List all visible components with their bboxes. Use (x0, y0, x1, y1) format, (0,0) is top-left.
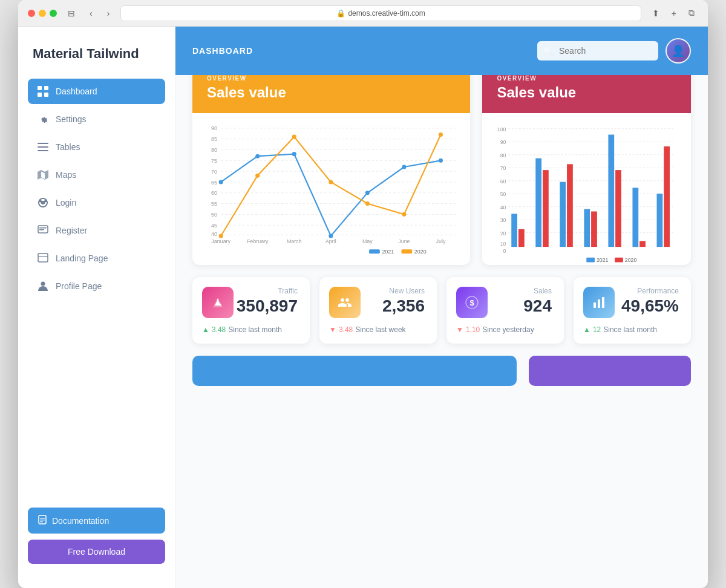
svg-rect-1 (44, 86, 48, 90)
svg-rect-3 (44, 93, 48, 97)
svg-text:2020: 2020 (414, 249, 427, 255)
address-bar[interactable]: 🔒 demos.creative-tim.com (120, 5, 641, 21)
share-button[interactable]: ⬆ (649, 7, 663, 19)
line-chart-title: Sales value (207, 84, 456, 101)
bar-2021-4 (609, 135, 615, 247)
svg-point-50 (402, 165, 406, 169)
bar-2020-1 (543, 170, 549, 247)
minimize-button[interactable] (39, 10, 46, 17)
sidebar-item-settings[interactable]: Settings (28, 106, 165, 132)
sidebar-item-label: Register (56, 226, 87, 235)
sidebar-item-login[interactable]: Login (28, 190, 165, 215)
svg-text:10: 10 (500, 241, 506, 247)
svg-rect-85 (615, 258, 624, 263)
bar-2020-4 (616, 170, 622, 247)
stat-card-inner-users: New Users 2,356 (329, 287, 425, 325)
sidebar-item-profile[interactable]: Profile Page (28, 273, 165, 299)
header-actions: 🔍 👤 (537, 38, 691, 64)
users-change-value: 3.48 (339, 325, 353, 334)
stat-right-users: New Users 2,356 (382, 287, 425, 321)
close-button[interactable] (28, 10, 35, 17)
traffic-change-arrow: ▲ (202, 325, 209, 334)
svg-rect-5 (38, 146, 48, 148)
svg-rect-2 (38, 93, 42, 97)
svg-point-57 (439, 132, 443, 137)
sales-value: 924 (523, 296, 552, 316)
svg-text:20: 20 (500, 230, 506, 237)
svg-rect-60 (401, 249, 412, 253)
svg-rect-14 (40, 518, 45, 518)
stat-right-sales: Sales 924 (523, 287, 552, 321)
svg-text:50: 50 (211, 212, 217, 218)
sidebar-item-maps[interactable]: Maps (28, 162, 165, 188)
sidebar-item-register[interactable]: Register (28, 218, 165, 243)
sidebar-footer: Documentation Free Download (18, 508, 175, 573)
svg-rect-11 (38, 256, 48, 256)
sidebar-toggle-button[interactable]: ⊟ (64, 7, 79, 19)
svg-text:2020: 2020 (625, 258, 637, 264)
performance-label: Performance (621, 287, 679, 295)
search-input[interactable] (537, 41, 658, 60)
traffic-lights (28, 10, 57, 17)
dashboard-body: OVERVIEW Sales value 90 85 80 75 70 (175, 75, 708, 588)
performance-change: ▲ 12 Since last month (583, 325, 679, 334)
charts-row: OVERVIEW Sales value 90 85 80 75 70 (192, 75, 691, 265)
security-icon: 🔒 (336, 9, 345, 18)
svg-rect-83 (587, 258, 595, 263)
line-chart-overview-label: OVERVIEW (207, 75, 456, 82)
bottom-row (192, 356, 691, 386)
svg-text:55: 55 (211, 201, 217, 207)
sidebar-item-tables[interactable]: Tables (28, 134, 165, 160)
svg-text:45: 45 (211, 223, 217, 229)
svg-point-55 (365, 201, 370, 206)
svg-text:2021: 2021 (597, 258, 609, 264)
users-change-label: Since last week (355, 325, 405, 334)
sidebar-item-label: Settings (56, 114, 87, 124)
documentation-button[interactable]: Documentation (28, 508, 165, 534)
svg-text:60: 60 (211, 190, 217, 196)
line-2021 (221, 154, 440, 236)
svg-rect-8 (39, 227, 47, 229)
traffic-change: ▲ 3.48 Since last month (202, 325, 298, 334)
avatar[interactable]: 👤 (666, 38, 691, 64)
svg-text:July: July (436, 238, 446, 244)
line-chart-svg: 90 85 80 75 70 65 60 55 50 45 40 (202, 123, 460, 241)
svg-rect-58 (369, 249, 380, 253)
bar-2021-6 (657, 194, 663, 247)
performance-change-label: Since last month (603, 325, 657, 334)
svg-text:30: 30 (500, 217, 506, 223)
sidebar-item-label: Dashboard (56, 87, 97, 96)
main-content: DASHBOARD 🔍 👤 (175, 27, 708, 588)
sales-change: ▼ 1.10 Since yesterday (456, 325, 552, 334)
free-download-button[interactable]: Free Download (28, 540, 165, 564)
svg-text:June: June (398, 238, 410, 244)
traffic-icon-box (202, 287, 234, 318)
stat-right-performance: Performance 49,65% (621, 287, 679, 321)
sidebar-item-label: Tables (56, 142, 80, 152)
download-button-label: Free Download (68, 547, 125, 557)
sidebar-item-dashboard[interactable]: Dashboard (28, 79, 165, 104)
svg-text:February: February (247, 238, 269, 244)
maximize-button[interactable] (50, 10, 57, 17)
url-text: demos.creative-tim.com (348, 9, 425, 18)
sales-icon-box: $ (456, 287, 488, 318)
svg-text:90: 90 (500, 139, 506, 145)
browser-window: ⊟ ‹ › 🔒 demos.creative-tim.com ⬆ + ⧉ Mat… (18, 0, 708, 588)
sidebar-item-landing[interactable]: Landing Page (28, 246, 165, 271)
back-button[interactable]: ‹ (86, 7, 96, 19)
bar-2021-2 (560, 182, 566, 247)
svg-text:40: 40 (500, 204, 506, 211)
bar-2021-1 (536, 158, 542, 247)
svg-point-48 (329, 234, 333, 238)
svg-rect-6 (38, 150, 48, 151)
dot-2020 (219, 234, 223, 238)
tab-overview-button[interactable]: ⧉ (685, 7, 698, 19)
stat-card-inner: Traffic 350,897 (202, 287, 298, 325)
new-tab-button[interactable]: + (668, 7, 680, 19)
svg-rect-16 (40, 521, 43, 522)
register-icon (38, 225, 48, 236)
users-icon-box (329, 287, 361, 318)
bar-2020-5 (640, 241, 646, 247)
performance-icon-box (583, 287, 615, 318)
forward-button[interactable]: › (103, 7, 114, 19)
